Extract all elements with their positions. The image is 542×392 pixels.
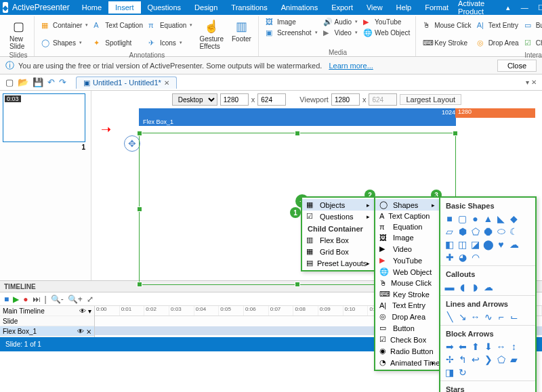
bar-chev[interactable]: ❯ [483, 354, 493, 364]
callout-rect[interactable]: ▬ [444, 282, 455, 292]
tl-flexbox-row[interactable]: Flex Box_1👁 ⨯ [0, 326, 94, 336]
obj-shapes[interactable]: ◯Shapes▸ [375, 199, 439, 211]
obj-droparea[interactable]: ◎Drop Area [375, 311, 439, 322]
obj-button[interactable]: ▭Button [375, 322, 439, 334]
footer-button[interactable]: ▥Footer [228, 16, 255, 51]
screenshot-button[interactable]: ▣Screenshot▾ [263, 27, 320, 38]
shape-oval[interactable]: ● [470, 213, 480, 223]
tl-fit-icon[interactable]: ⤢ [87, 295, 93, 304]
maximize-icon[interactable]: ☐ [535, 3, 542, 12]
tl-zoomout-icon[interactable]: 🔍- [51, 295, 64, 304]
bar-uturn[interactable]: ↩ [470, 354, 480, 364]
tab-format[interactable]: Format [418, 1, 455, 14]
obj-checkbox[interactable]: ☑Check Box [375, 334, 439, 345]
resize-handle-tr[interactable] [453, 131, 458, 136]
slide-thumbnail[interactable]: 0:03 [3, 93, 85, 142]
resize-handle-bm[interactable] [295, 282, 300, 287]
youtube-button[interactable]: ▶YouTube [360, 16, 413, 27]
bar-curve[interactable]: ↻ [457, 367, 467, 377]
tab-export[interactable]: Export [325, 1, 360, 14]
document-tab[interactable]: ▣ Untitled1 - Untitled1* ✕ [76, 77, 177, 89]
menu-flexbox[interactable]: ▥Flex Box [302, 234, 374, 246]
checkbox-button[interactable]: ☑Check Box [522, 37, 542, 48]
shape-arc[interactable]: ◠ [470, 252, 480, 262]
shape-rect[interactable]: ■ [444, 213, 455, 223]
bar-strip[interactable]: ▰ [509, 354, 519, 364]
text-caption-button[interactable]: AText Caption [91, 20, 146, 30]
layout-select[interactable]: Desktop [172, 93, 217, 106]
new-slide-button[interactable]: ▢New Slide [5, 16, 31, 51]
shape-cloud[interactable]: ☁ [509, 239, 519, 249]
viewport-height-input[interactable] [369, 93, 397, 106]
button-button[interactable]: ▭Button [522, 20, 542, 30]
tab-design[interactable]: Design [188, 1, 224, 14]
audio-button[interactable]: 🔊Audio▾ [320, 16, 361, 27]
bar-notch[interactable]: ◨ [444, 367, 455, 377]
textentry-button[interactable]: A|Text Entry [474, 20, 522, 30]
resize-handle-tl[interactable] [137, 131, 142, 136]
bar-pent[interactable]: ⬠ [496, 354, 506, 364]
tl-main-row[interactable]: Main Timeline👁 ▾ [0, 306, 94, 316]
shape-heart[interactable]: ♥ [496, 239, 506, 249]
qat-save-icon[interactable]: 💾 [33, 77, 43, 87]
obj-mouseclick[interactable]: 🖱Mouse Click [375, 278, 439, 288]
shape-cube[interactable]: ◧ [444, 239, 455, 249]
move-handle-icon[interactable]: ✥ [124, 135, 140, 152]
tab-transitions[interactable]: Transitions [224, 1, 274, 14]
bar-right[interactable]: ➡ [444, 341, 455, 351]
line-elbow[interactable]: ⌐ [496, 311, 506, 322]
obj-webobject[interactable]: 🌐Web Object [375, 266, 439, 278]
tab-animations[interactable]: Animations [274, 1, 325, 14]
largest-layout-button[interactable]: Largest Layout [400, 94, 461, 105]
panel-menu-icon[interactable]: ▾ ✕ [526, 79, 537, 86]
video-button[interactable]: ▶Video▾ [320, 27, 361, 38]
obj-textcaption[interactable]: AText Caption [375, 211, 439, 221]
menu-questions[interactable]: ☑Questions▸ [302, 211, 374, 222]
qat-open-icon[interactable]: 📂 [18, 77, 28, 87]
tab-questions[interactable]: Questions [141, 1, 188, 14]
resize-handle-ml[interactable] [137, 206, 142, 212]
resize-handle-tm[interactable] [295, 131, 300, 136]
shape-cyl[interactable]: ⬭ [496, 226, 506, 236]
qat-redo-icon[interactable]: ↷ [59, 77, 66, 87]
tl-zoomin-icon[interactable]: 🔍+ [68, 295, 83, 304]
tab-view[interactable]: View [360, 1, 390, 14]
shape-plaque[interactable]: ◪ [470, 239, 480, 249]
shape-diamond[interactable]: ◆ [509, 213, 519, 223]
menu-gridbox[interactable]: ▦Grid Box [302, 246, 374, 257]
qat-undo-icon[interactable]: ↶ [47, 77, 55, 87]
tl-rec-icon[interactable]: ● [23, 295, 28, 304]
resize-handle-bl[interactable] [137, 282, 142, 287]
bar-down[interactable]: ⬇ [483, 341, 493, 351]
container-button[interactable]: ▦Container▾ [39, 20, 91, 30]
obj-equation[interactable]: πEquation [375, 221, 439, 232]
line-elbow2[interactable]: ⌙ [509, 311, 519, 322]
bar-lr[interactable]: ↔ [496, 341, 506, 351]
callout-oval[interactable]: ◗ [470, 282, 480, 292]
tab-home[interactable]: Home [75, 1, 108, 14]
obj-animtimer[interactable]: ◔Animated Timer▸ [375, 357, 439, 368]
viewport-width-input[interactable] [331, 93, 360, 106]
gesture-button[interactable]: ☝Gesture Effects [195, 16, 228, 51]
shape-roundrect[interactable]: ▢ [457, 213, 467, 223]
doc-close-icon[interactable]: ✕ [164, 79, 169, 87]
droparea-button[interactable]: ◎Drop Area [474, 37, 522, 48]
bar-left[interactable]: ⬅ [457, 341, 467, 351]
obj-youtube[interactable]: ▶YouTube [375, 255, 439, 266]
shape-rtri[interactable]: ◣ [496, 213, 506, 223]
layout-ruler[interactable]: 1024 1280 [139, 108, 535, 118]
bar-up[interactable]: ⬆ [470, 341, 480, 351]
shape-tear[interactable]: ⬤ [483, 239, 493, 249]
keystroke-button[interactable]: ⌨Key Stroke [420, 37, 474, 48]
mouseclick-button[interactable]: 🖱Mouse Click [420, 20, 474, 30]
shape-moon[interactable]: ☾ [509, 226, 519, 236]
line-curve[interactable]: ∿ [483, 311, 493, 322]
obj-keystroke[interactable]: ⌨Key Stroke [375, 288, 439, 300]
tl-stop-icon[interactable]: ■ [4, 295, 9, 304]
spotlight-button[interactable]: ✦Spotlight [91, 37, 146, 48]
qat-new-icon[interactable]: ▢ [5, 77, 14, 87]
image-button[interactable]: 🖼Image [263, 16, 320, 27]
shape-para[interactable]: ▱ [444, 226, 455, 236]
canvas-height-input[interactable] [257, 93, 286, 106]
callout-cloud[interactable]: ☁ [483, 282, 493, 292]
